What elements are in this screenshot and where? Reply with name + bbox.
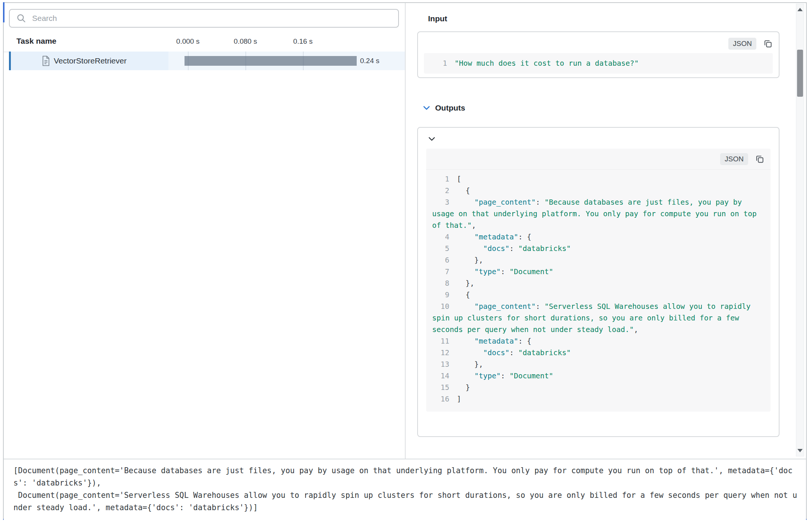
- search-input[interactable]: [31, 13, 398, 23]
- line-number: 7: [432, 266, 449, 277]
- copy-icon[interactable]: [763, 39, 773, 49]
- collapse-chevron-icon[interactable]: [428, 137, 435, 141]
- line-number: 4: [432, 231, 449, 243]
- line-number: 8: [432, 277, 449, 289]
- code-line: 12 "docs": "databricks": [432, 347, 765, 359]
- line-number: 1: [430, 58, 447, 69]
- input-section-title: Input: [428, 14, 793, 23]
- task-row-vectorstoreretriever[interactable]: VectorStoreRetriever 0.24 s: [9, 52, 405, 70]
- line-number: 9: [432, 289, 449, 301]
- gantt-gridline: [188, 52, 189, 70]
- raw-output-panel: [Document(page_content='Because database…: [4, 459, 806, 520]
- document-icon: [41, 55, 51, 66]
- line-number: 13: [432, 359, 449, 370]
- line-number: 3: [432, 196, 449, 208]
- duration-bar[interactable]: [185, 56, 357, 66]
- code-line: 10 "page_content": "Serverless SQL Wareh…: [432, 301, 765, 335]
- json-punctuation: [457, 372, 474, 380]
- json-punctuation: :: [500, 372, 509, 380]
- time-tick-label: 0.000 s: [176, 37, 199, 46]
- json-punctuation: {: [457, 291, 470, 299]
- line-number: 11: [432, 335, 449, 347]
- json-key: "metadata": [474, 233, 518, 241]
- duration-label: 0.24 s: [360, 52, 379, 70]
- json-key: "metadata": [474, 337, 518, 345]
- json-punctuation: [457, 302, 474, 311]
- span-detail-panel: Input JSON 1"How much does it cost to ru…: [406, 3, 806, 459]
- json-punctuation: :: [509, 348, 518, 357]
- line-number: 5: [432, 243, 449, 254]
- json-punctuation: },: [457, 279, 474, 288]
- scroll-up-arrow[interactable]: [797, 8, 803, 11]
- json-punctuation: :: [500, 267, 509, 276]
- span-tree-panel: Task name 0.000 s 0.080 s 0.16 s VectorS…: [4, 3, 406, 459]
- gantt-gridline: [303, 52, 304, 70]
- json-key: "type": [474, 372, 500, 380]
- search-box[interactable]: [9, 9, 399, 28]
- line-number: 15: [432, 382, 449, 393]
- json-string: "Document": [509, 372, 553, 380]
- main-area: Task name 0.000 s 0.080 s 0.16 s VectorS…: [4, 3, 806, 459]
- time-tick-label: 0.080 s: [234, 37, 257, 46]
- json-key: "page_content": [474, 302, 536, 311]
- copy-icon[interactable]: [755, 154, 765, 164]
- chevron-down-icon[interactable]: [423, 106, 430, 110]
- json-punctuation: [457, 198, 474, 207]
- json-punctuation: [457, 267, 474, 276]
- json-string: "databricks": [518, 348, 571, 357]
- json-punctuation: },: [457, 360, 483, 369]
- code-line: 8 },: [432, 277, 765, 289]
- outputs-code-container: JSON 1[2 {3 "page_content": "Because dat…: [426, 149, 771, 412]
- trace-viewer-window: Task name 0.000 s 0.080 s 0.16 s VectorS…: [3, 2, 807, 520]
- line-number: 6: [432, 254, 449, 266]
- raw-output-line: Document(page_content='Serverless SQL Wa…: [13, 489, 799, 514]
- input-code-block: 1"How much does it cost to run a databas…: [430, 58, 767, 69]
- detail-scroll-area: Input JSON 1"How much does it cost to ru…: [406, 3, 795, 459]
- json-punctuation: [: [457, 175, 461, 183]
- outputs-section-title: Outputs: [435, 103, 465, 112]
- json-key: "type": [474, 267, 500, 276]
- search-icon: [16, 13, 26, 23]
- json-string: "Document": [509, 267, 553, 276]
- json-punctuation: ,: [472, 221, 476, 230]
- input-card-toolbar: JSON: [418, 32, 779, 53]
- json-punctuation: : {: [518, 233, 531, 241]
- json-punctuation: : {: [518, 337, 531, 345]
- code-line: 3 "page_content": "Because databases are…: [432, 196, 765, 231]
- json-punctuation: [457, 233, 474, 241]
- json-string: "How much does it cost to run a database…: [455, 59, 639, 68]
- code-line: 2 {: [432, 185, 765, 196]
- code-line: 7 "type": "Document": [432, 266, 765, 277]
- line-number: 10: [432, 301, 449, 312]
- task-name: VectorStoreRetriever: [54, 52, 127, 70]
- line-number: 2: [432, 185, 449, 196]
- input-code-container: 1"How much does it cost to run a databas…: [424, 53, 773, 74]
- json-format-badge[interactable]: JSON: [728, 38, 756, 50]
- json-key: "docs": [483, 348, 509, 357]
- json-punctuation: },: [457, 256, 483, 264]
- scroll-down-arrow[interactable]: [797, 449, 803, 452]
- raw-output-line: [Document(page_content='Because database…: [13, 465, 799, 489]
- code-line: 13 },: [432, 359, 765, 370]
- vertical-scrollbar[interactable]: [796, 4, 804, 456]
- code-line: 15 }: [432, 382, 765, 393]
- json-key: "page_content": [474, 198, 536, 207]
- code-line: 1"How much does it cost to run a databas…: [430, 58, 767, 69]
- outputs-card-toolbar: JSON: [426, 149, 771, 170]
- code-line: 6 },: [432, 254, 765, 266]
- json-punctuation: [457, 244, 483, 253]
- outputs-section-header[interactable]: Outputs: [423, 103, 793, 112]
- code-line: 5 "docs": "databricks": [432, 243, 765, 254]
- selected-row-accent: [9, 52, 11, 70]
- code-line: 4 "metadata": {: [432, 231, 765, 243]
- line-number: 16: [432, 393, 449, 405]
- scrollbar-thumb[interactable]: [797, 50, 803, 97]
- json-key: "docs": [483, 244, 509, 253]
- code-line: 11 "metadata": {: [432, 335, 765, 347]
- json-format-badge[interactable]: JSON: [720, 153, 748, 165]
- code-line: 1[: [432, 173, 765, 185]
- json-punctuation: [457, 337, 474, 345]
- line-number: 14: [432, 370, 449, 382]
- json-punctuation: }: [457, 383, 470, 392]
- gantt-gridline: [245, 52, 246, 70]
